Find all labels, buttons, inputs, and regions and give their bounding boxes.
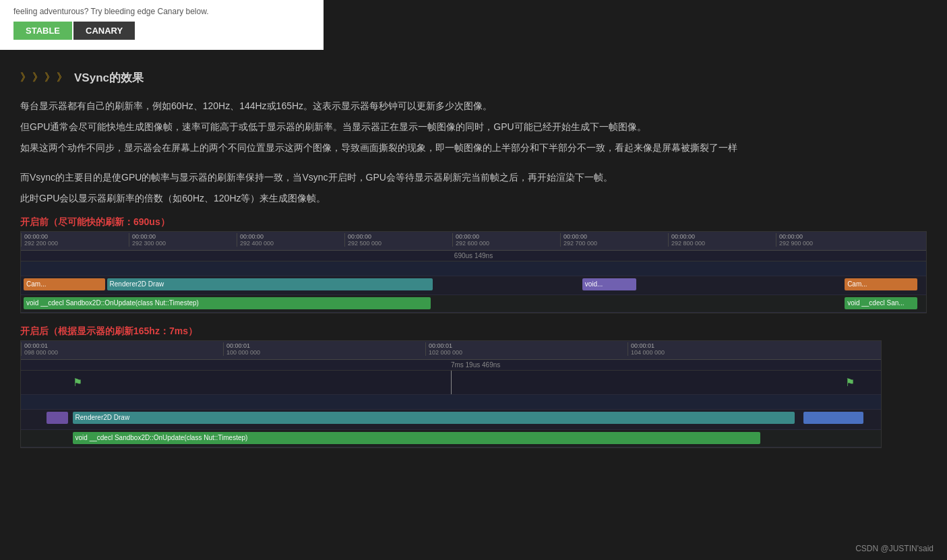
after-ruler-tick-3: 00:00:01 104 000 000 — [628, 342, 816, 356]
after-flag-row: ⚑ ⚑ — [21, 371, 881, 395]
before-track-2: void __cdecl Sandbox2D::OnUpdate(class N… — [21, 295, 926, 313]
after-label: 开启后（根据显示器的刷新165hz：7ms） — [20, 325, 927, 338]
after-ruler-tick-2: 00:00:01 102 000 000 — [425, 342, 628, 356]
para-4: 而Vsync的主要目的是使GPU的帧率与显示器的刷新率保持一致，当Vsync开启… — [20, 169, 927, 186]
ruler-tick-6: 00:00:00 292 800 000 — [668, 233, 776, 247]
flag-right-icon: ⚑ — [845, 376, 855, 389]
main-content: 》》》》 VSync的效果 每台显示器都有自己的刷新率，例如60Hz、120Hz… — [0, 50, 947, 464]
ruler-tick-4: 00:00:00 292 600 000 — [452, 233, 560, 247]
footer-attribution: CSDN @JUSTIN'said — [855, 542, 934, 553]
ruler-tick-3: 00:00:00 292 500 000 — [344, 233, 452, 247]
after-track-1: Renderer2D Draw — [21, 410, 881, 430]
before-track-sep — [21, 261, 926, 276]
ruler-tick-5: 00:00:00 292 700 000 — [560, 233, 668, 247]
cam-bar-right: Cam... — [845, 278, 917, 290]
timeline-before: 00:00:00 292 200 000 00:00:00 292 300 00… — [20, 231, 927, 313]
top-description: feeling adventurous? Try bleeding edge C… — [13, 7, 310, 16]
cam-bar-left: Cam... — [24, 278, 105, 290]
version-button-group: STABLE CANARY — [13, 22, 310, 40]
para-1: 每台显示器都有自己的刷新率，例如60Hz、120Hz、144Hz或165Hz。这… — [20, 98, 927, 115]
arrow-icons: 》》》》 — [20, 71, 69, 85]
renderer2d-draw-bar-before: Renderer2D Draw — [107, 278, 433, 290]
after-ruler-tick-1: 00:00:01 100 000 000 — [223, 342, 425, 356]
canary-button[interactable]: CANARY — [73, 22, 135, 40]
onupdate-bar-after: void __cdecl Sandbox2D::OnUpdate(class N… — [73, 432, 761, 444]
ruler-tick-7: 00:00:00 292 900 000 — [776, 233, 884, 247]
before-time-marker: 690us 149ns — [454, 252, 493, 259]
small-bar-left — [47, 412, 68, 424]
para-5: 此时GPU会以显示器刷新率的倍数（如60Hz、120Hz等）来生成图像帧。 — [20, 190, 927, 207]
after-track-2: void __cdecl Sandbox2D::OnUpdate(class N… — [21, 430, 881, 447]
after-ruler-tick-0: 00:00:01 098 000 000 — [21, 342, 223, 356]
renderer2d-draw-bar-after: Renderer2D Draw — [73, 412, 795, 424]
para-2: 但GPU通常会尽可能快地生成图像帧，速率可能高于或低于显示器的刷新率。当显示器正… — [20, 119, 927, 135]
stable-button[interactable]: STABLE — [13, 22, 72, 40]
void-bar: void... — [582, 278, 637, 290]
after-track-sep — [21, 395, 881, 410]
spacer-1 — [20, 161, 927, 169]
ruler-tick-1: 00:00:00 292 300 000 — [129, 233, 237, 247]
before-time-marker-row: 690us 149ns — [21, 251, 926, 261]
after-ruler: 00:00:01 098 000 000 00:00:01 100 000 00… — [21, 341, 881, 360]
section-title: VSync的效果 — [74, 70, 144, 86]
onupdate-bar-before-left: void __cdecl Sandbox2D::OnUpdate(class N… — [24, 297, 431, 309]
flag-left-icon: ⚑ — [73, 376, 82, 389]
top-section: feeling adventurous? Try bleeding edge C… — [0, 0, 324, 50]
blue-bar-right — [803, 412, 863, 424]
ruler-tick-2: 00:00:00 292 400 000 — [237, 233, 344, 247]
timeline-after: 00:00:01 098 000 000 00:00:01 100 000 00… — [20, 340, 882, 448]
cursor-line — [451, 371, 452, 394]
vsync-section-header: 》》》》 VSync的效果 — [20, 70, 927, 86]
para-3: 如果这两个动作不同步，显示器会在屏幕上的两个不同位置显示这两个图像，导致画面撕裂… — [20, 139, 927, 156]
onupdate-bar-before-right: void __cdecl San... — [845, 297, 917, 309]
before-ruler: 00:00:00 292 200 000 00:00:00 292 300 00… — [21, 232, 926, 251]
after-time-marker-row: 7ms 19us 469ns — [21, 360, 881, 371]
page-wrapper: feeling adventurous? Try bleeding edge C… — [0, 0, 947, 560]
ruler-tick-0: 00:00:00 292 200 000 — [21, 233, 129, 247]
attribution-text: CSDN @JUSTIN'said — [855, 544, 934, 553]
before-track-1: Cam... Renderer2D Draw void... Cam... — [21, 276, 926, 295]
before-label: 开启前（尽可能快的刷新：690us） — [20, 216, 927, 228]
after-time-marker: 7ms 19us 469ns — [451, 361, 500, 369]
